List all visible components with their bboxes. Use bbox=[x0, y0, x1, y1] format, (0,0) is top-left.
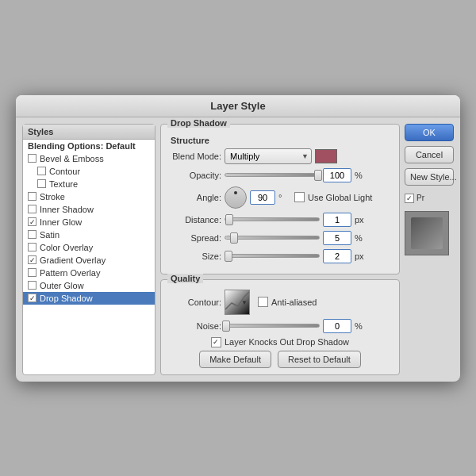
texture-checkbox[interactable] bbox=[37, 179, 46, 188]
noise-thumb[interactable] bbox=[222, 321, 230, 332]
cancel-button[interactable]: Cancel bbox=[405, 146, 454, 163]
styles-list: Blending Options: Default Bevel & Emboss… bbox=[23, 140, 155, 305]
angle-label: Angle: bbox=[167, 193, 221, 202]
sidebar-item-inner-glow[interactable]: Inner Glow bbox=[23, 216, 155, 228]
distance-input[interactable] bbox=[323, 213, 351, 227]
new-style-button[interactable]: New Style... bbox=[405, 168, 454, 186]
spread-label: Spread: bbox=[167, 233, 221, 243]
sidebar-item-color-overlay[interactable]: Color Overlay bbox=[23, 241, 155, 254]
size-label: Size: bbox=[167, 251, 221, 261]
layer-knocks-checkbox[interactable] bbox=[211, 337, 221, 347]
distance-row: Distance: px bbox=[167, 213, 393, 227]
global-light-label[interactable]: Use Global Light bbox=[294, 192, 372, 202]
outer-glow-label: Outer Glow bbox=[40, 281, 84, 290]
stroke-checkbox[interactable] bbox=[28, 192, 36, 201]
sidebar-item-bevel-emboss[interactable]: Bevel & Emboss bbox=[23, 152, 155, 165]
right-panel: OK Cancel New Style... Pr bbox=[405, 124, 454, 375]
angle-input[interactable] bbox=[250, 190, 275, 205]
sidebar-item-stroke[interactable]: Stroke bbox=[23, 190, 155, 203]
opacity-row: Opacity: % bbox=[167, 168, 393, 182]
contour-label: Contour bbox=[49, 167, 80, 176]
gradient-overlay-label: Gradient Overlay bbox=[40, 255, 106, 265]
spread-slider[interactable] bbox=[225, 232, 320, 244]
bevel-emboss-checkbox[interactable] bbox=[28, 154, 36, 163]
spread-unit: % bbox=[355, 233, 367, 243]
make-default-button[interactable]: Make Default bbox=[199, 351, 271, 368]
main-panel: Drop Shadow Structure Blend Mode: Multip… bbox=[160, 124, 400, 375]
distance-unit: px bbox=[355, 215, 367, 225]
inner-shadow-label: Inner Shadow bbox=[40, 205, 94, 214]
blend-mode-wrapper: Multiply Normal Screen Overlay ▼ bbox=[225, 148, 312, 164]
angle-row: Angle: ° Use Global Light bbox=[167, 186, 393, 209]
blend-mode-label: Blend Mode: bbox=[167, 152, 221, 161]
sidebar-item-gradient-overlay[interactable]: Gradient Overlay bbox=[23, 254, 155, 267]
bottom-buttons: Make Default Reset to Default bbox=[167, 351, 393, 368]
contour-checkbox[interactable] bbox=[37, 167, 46, 175]
distance-thumb[interactable] bbox=[225, 214, 233, 225]
layer-knocks-row: Layer Knocks Out Drop Shadow bbox=[167, 337, 393, 347]
size-slider[interactable] bbox=[225, 251, 320, 262]
angle-dial[interactable] bbox=[225, 186, 247, 209]
spread-track bbox=[225, 236, 320, 240]
global-light-text: Use Global Light bbox=[308, 193, 372, 202]
noise-input[interactable] bbox=[323, 319, 351, 333]
contour-preview[interactable]: ▼ bbox=[225, 290, 250, 315]
quality-title: Quality bbox=[167, 274, 203, 283]
reset-to-default-button[interactable]: Reset to Default bbox=[278, 351, 361, 368]
opacity-input[interactable] bbox=[323, 168, 351, 182]
distance-track bbox=[225, 217, 320, 221]
blend-mode-select[interactable]: Multiply Normal Screen Overlay bbox=[225, 148, 312, 164]
opacity-thumb[interactable] bbox=[314, 170, 322, 181]
angle-unit: ° bbox=[278, 193, 291, 202]
sidebar-item-inner-shadow[interactable]: Inner Shadow bbox=[23, 203, 155, 216]
pattern-overlay-checkbox[interactable] bbox=[28, 268, 36, 277]
sidebar-item-outer-glow[interactable]: Outer Glow bbox=[23, 279, 155, 292]
texture-label: Texture bbox=[49, 179, 78, 189]
size-track bbox=[225, 254, 320, 258]
structure-subtitle: Structure bbox=[171, 136, 393, 145]
sidebar-item-pattern-overlay[interactable]: Pattern Overlay bbox=[23, 267, 155, 279]
layer-style-dialog: Layer Style Styles Blending Options: Def… bbox=[16, 95, 460, 382]
sidebar-item-texture[interactable]: Texture bbox=[23, 178, 155, 190]
stroke-label: Stroke bbox=[40, 192, 65, 202]
anti-aliased-label[interactable]: Anti-aliased bbox=[258, 297, 317, 307]
opacity-label: Opacity: bbox=[167, 171, 221, 180]
distance-label: Distance: bbox=[167, 215, 221, 225]
blend-mode-row: Blend Mode: Multiply Normal Screen Overl… bbox=[167, 148, 393, 164]
global-light-checkbox[interactable] bbox=[294, 192, 305, 202]
spread-input[interactable] bbox=[323, 231, 351, 245]
opacity-slider[interactable] bbox=[225, 170, 320, 181]
contour-label: Contour: bbox=[167, 298, 221, 307]
drop-shadow-label: Drop Shadow bbox=[40, 294, 93, 303]
inner-glow-checkbox[interactable] bbox=[28, 217, 36, 226]
drop-shadow-checkbox[interactable] bbox=[28, 294, 36, 302]
dialog-title: Layer Style bbox=[16, 95, 460, 117]
sidebar-item-blending-options[interactable]: Blending Options: Default bbox=[23, 140, 155, 152]
ok-button[interactable]: OK bbox=[405, 124, 454, 141]
noise-slider[interactable] bbox=[225, 321, 320, 332]
sidebar-item-drop-shadow[interactable]: Drop Shadow bbox=[23, 292, 155, 305]
spread-thumb[interactable] bbox=[230, 232, 238, 244]
preview-inner bbox=[411, 217, 443, 249]
distance-slider[interactable] bbox=[225, 214, 320, 225]
outer-glow-checkbox[interactable] bbox=[28, 281, 36, 290]
noise-row: Noise: % bbox=[167, 319, 393, 333]
anti-aliased-checkbox[interactable] bbox=[258, 297, 268, 307]
layer-knocks-label: Layer Knocks Out Drop Shadow bbox=[225, 337, 349, 347]
noise-unit: % bbox=[355, 321, 367, 331]
size-thumb[interactable] bbox=[225, 251, 232, 262]
color-overlay-checkbox[interactable] bbox=[28, 243, 36, 251]
blend-color-swatch[interactable] bbox=[315, 149, 337, 163]
gradient-overlay-checkbox[interactable] bbox=[28, 255, 36, 264]
contour-arrow-icon: ▼ bbox=[241, 298, 248, 305]
inner-glow-label: Inner Glow bbox=[40, 217, 82, 227]
spread-row: Spread: % bbox=[167, 231, 393, 245]
size-row: Size: px bbox=[167, 249, 393, 263]
sidebar-item-satin[interactable]: Satin bbox=[23, 228, 155, 241]
size-input[interactable] bbox=[323, 249, 351, 263]
drop-shadow-title: Drop Shadow bbox=[167, 118, 230, 128]
satin-checkbox[interactable] bbox=[28, 230, 36, 239]
sidebar-item-contour[interactable]: Contour bbox=[23, 165, 155, 178]
preview-checkbox[interactable] bbox=[405, 194, 414, 203]
inner-shadow-checkbox[interactable] bbox=[28, 205, 36, 213]
